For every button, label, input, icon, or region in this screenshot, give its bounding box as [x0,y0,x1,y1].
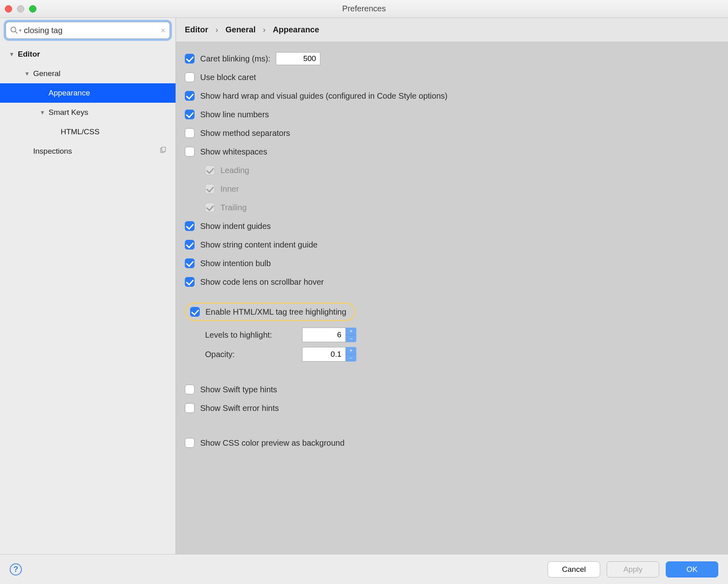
label-enable-tag-tree: Enable HTML/XML tag tree highlighting [205,307,346,317]
sidebar-item-label: HTML/CSS [61,127,99,136]
titlebar: Preferences [0,0,728,18]
checkbox-show-swift-type[interactable] [185,385,195,394]
svg-line-1 [15,32,17,34]
checkbox-show-whitespaces[interactable] [185,147,195,157]
label-levels: Levels to highlight: [205,330,302,340]
sidebar-item-html-css[interactable]: HTML/CSS [0,122,176,142]
window-controls [5,5,36,13]
input-levels[interactable] [302,328,346,342]
stepper-levels: + − [302,328,356,342]
label-caret-blinking: Caret blinking (ms): [200,54,270,63]
stepper-down-button[interactable]: − [346,335,356,343]
breadcrumb-item[interactable]: Editor [185,25,208,34]
clear-search-icon[interactable]: × [161,26,165,34]
checkbox-show-line-numbers[interactable] [185,110,195,119]
footer: ? Cancel Apply OK [0,554,728,584]
setting-levels: Levels to highlight: + − [185,325,719,345]
setting-show-string-indent: Show string content indent guide [185,235,719,254]
sidebar-item-inspections[interactable]: Inspections [0,142,176,161]
label-show-code-lens: Show code lens on scrollbar hover [200,277,324,287]
sidebar-item-label: General [33,69,61,78]
search-match-highlight: Enable HTML/XML tag tree highlighting [185,303,356,321]
checkbox-show-indent-guides[interactable] [185,221,195,231]
setting-show-method-separators: Show method separators [185,124,719,142]
label-show-line-numbers: Show line numbers [200,110,269,119]
breadcrumb: Editor › General › Appearance [176,18,728,42]
cancel-button[interactable]: Cancel [548,561,600,578]
label-show-intention-bulb: Show intention bulb [200,259,271,268]
window-title: Preferences [0,4,728,13]
breadcrumb-item[interactable]: General [225,25,255,34]
label-show-string-indent: Show string content indent guide [200,240,317,250]
setting-use-block-caret: Use block caret [185,68,719,87]
sidebar-tree: ▼ Editor ▼ General Appearance ▼ Smart Ke… [0,42,176,554]
content: ▾ × ▼ Editor ▼ General Appearance ▼ Smar… [0,18,728,554]
checkbox-show-method-separators[interactable] [185,128,195,138]
sidebar-item-editor[interactable]: ▼ Editor [0,44,176,64]
stepper-down-button[interactable]: − [346,355,356,362]
setting-opacity: Opacity: + − [185,345,719,364]
label-show-indent-guides: Show indent guides [200,222,271,231]
svg-point-0 [11,27,16,32]
setting-ws-leading: Leading [185,161,719,180]
search-icon [10,26,18,34]
breadcrumb-item: Appearance [273,25,320,34]
sidebar-item-appearance[interactable]: Appearance [0,83,176,103]
setting-show-swift-type: Show Swift type hints [185,380,719,399]
checkbox-ws-trailing [205,203,215,212]
checkbox-show-intention-bulb[interactable] [185,258,195,268]
checkbox-show-swift-error[interactable] [185,403,195,413]
close-window-icon[interactable] [5,5,12,13]
label-ws-leading: Leading [220,166,249,175]
zoom-window-icon[interactable] [29,5,36,13]
sidebar-item-smart-keys[interactable]: ▼ Smart Keys [0,103,176,122]
sidebar: ▾ × ▼ Editor ▼ General Appearance ▼ Smar… [0,18,176,554]
label-show-swift-type: Show Swift type hints [200,385,277,394]
label-show-method-separators: Show method separators [200,129,290,138]
input-opacity[interactable] [302,347,346,362]
chevron-right-icon: › [216,25,218,34]
setting-show-line-numbers: Show line numbers [185,105,719,124]
checkbox-use-block-caret[interactable] [185,72,195,82]
checkbox-show-css-color[interactable] [185,438,195,448]
setting-show-swift-error: Show Swift error hints [185,399,719,417]
setting-ws-inner: Inner [185,180,719,198]
stepper-up-button[interactable]: + [346,347,356,355]
sidebar-item-label: Inspections [33,147,72,156]
checkbox-ws-leading [205,165,215,175]
ok-button[interactable]: OK [666,561,718,578]
label-show-hard-wrap: Show hard wrap and visual guides (config… [200,91,447,101]
checkbox-show-code-lens[interactable] [185,277,195,287]
setting-show-intention-bulb: Show intention bulb [185,254,719,273]
apply-button: Apply [607,561,659,578]
checkbox-show-string-indent[interactable] [185,240,195,250]
setting-ws-trailing: Trailing [185,198,719,217]
help-button[interactable]: ? [10,563,22,576]
checkbox-enable-tag-tree[interactable] [190,307,200,317]
sidebar-item-label: Editor [18,50,40,59]
label-show-swift-error: Show Swift error hints [200,404,279,413]
setting-show-whitespaces: Show whitespaces [185,142,719,161]
chevron-down-icon: ▼ [40,109,46,116]
checkbox-ws-inner [205,184,215,194]
checkbox-show-hard-wrap[interactable] [185,91,195,101]
stepper-up-button[interactable]: + [346,328,356,335]
label-show-whitespaces: Show whitespaces [200,147,267,157]
sidebar-item-general[interactable]: ▼ General [0,64,176,83]
sidebar-item-label: Smart Keys [49,108,88,117]
chevron-down-icon: ▼ [24,70,31,77]
setting-show-code-lens: Show code lens on scrollbar hover [185,273,719,291]
label-opacity: Opacity: [205,350,302,359]
settings-area: Caret blinking (ms): Use block caret Sho… [176,42,728,554]
label-show-css-color: Show CSS color preview as background [200,438,345,448]
copy-profile-icon[interactable] [159,147,167,156]
input-caret-blinking-ms[interactable] [276,52,320,65]
search-field[interactable]: ▾ × [6,22,170,39]
svg-rect-3 [162,147,165,151]
search-input[interactable] [21,26,161,35]
checkbox-caret-blinking[interactable] [185,54,195,63]
setting-show-indent-guides: Show indent guides [185,217,719,235]
label-ws-inner: Inner [220,184,239,194]
setting-show-css-color: Show CSS color preview as background [185,434,719,452]
sidebar-item-label: Appearance [49,89,90,97]
